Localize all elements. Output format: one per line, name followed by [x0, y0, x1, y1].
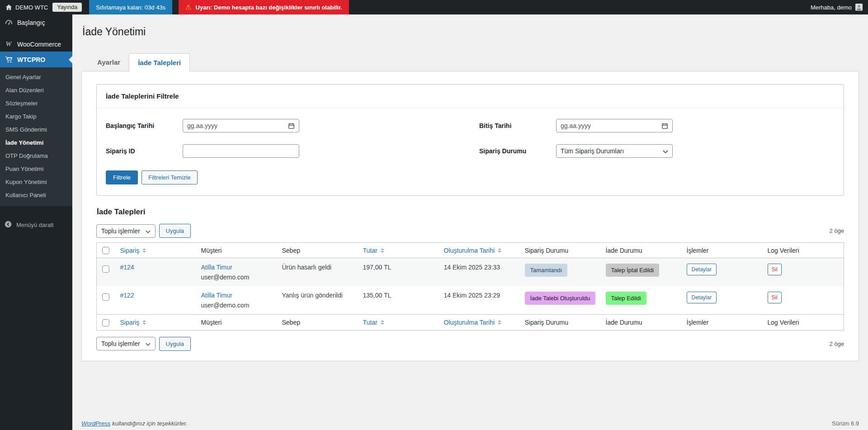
select-all-cell — [97, 315, 116, 330]
reason-cell: Ürün hasarlı geldi — [278, 258, 359, 287]
customer-link[interactable]: Atilla Timur — [201, 264, 232, 271]
date-placeholder: gg.aa.yyyy — [187, 122, 217, 129]
order-link[interactable]: #122 — [120, 292, 134, 299]
column-label: Sipariş — [120, 247, 140, 254]
column-header: Sipariş Durumu — [520, 315, 601, 330]
sort-column-link[interactable]: Tutar — [363, 247, 384, 254]
end-date-input[interactable]: gg.aa.yyyy — [556, 119, 673, 132]
sidebar-subitem-6[interactable]: İade Yönetimi — [0, 136, 72, 149]
home-icon — [5, 4, 12, 11]
order-status-select[interactable]: Tüm Sipariş Durumları — [556, 144, 673, 158]
return-status-badge: Talep İptal Edildi — [606, 264, 660, 277]
row-checkbox-cell — [97, 286, 116, 315]
column-header: Tutar — [359, 243, 439, 258]
customer-email: user@demo.com — [201, 302, 273, 309]
screen: DEMO WTC Yayında Sıfırlamaya kalan: 03d … — [0, 0, 868, 430]
log-cell: Sil — [763, 286, 844, 315]
top-toolbar: Toplu işlemler Uygula 2 öge — [96, 224, 844, 238]
column-header: Sebep — [278, 243, 359, 258]
order-id-input[interactable] — [183, 144, 299, 158]
row-checkbox[interactable] — [102, 265, 109, 273]
order-status-label: Sipariş Durumu — [479, 147, 556, 155]
site-home-link[interactable]: DEMO WTC — [0, 0, 52, 14]
end-date-field: Bitiş Tarihi gg.aa.yyyy — [479, 119, 835, 132]
account-menu[interactable]: Merhaba, demo — [805, 0, 868, 14]
customer-cell: Atilla Timur user@demo.com — [197, 258, 278, 287]
apply-button-bottom[interactable]: Uygula — [159, 337, 191, 351]
sidebar-subitem-2[interactable]: Alan Düzenleri — [0, 84, 72, 97]
sidebar-subitem-4[interactable]: Kargo Takip — [0, 110, 72, 123]
collapse-icon — [4, 220, 12, 230]
order-status-value: Tüm Sipariş Durumları — [561, 147, 624, 155]
calendar-icon[interactable] — [661, 123, 668, 129]
sidebar-subitem-5[interactable]: SMS Gönderimi — [0, 123, 72, 136]
select-all-cell — [97, 243, 116, 258]
clear-filters-button[interactable]: Filtreleri Temizle — [142, 170, 198, 184]
column-header: Log Verileri — [763, 315, 844, 330]
details-button[interactable]: Detaylar — [687, 264, 717, 275]
list-title: İade Talepleri — [97, 208, 844, 217]
wtcpro-submenu: Genel AyarlarAlan DüzenleriSözleşmelerKa… — [0, 67, 72, 206]
sidebar-subitem-3[interactable]: Sözleşmeler — [0, 97, 72, 110]
order-id-field: Sipariş ID — [106, 144, 461, 158]
bulk-actions-value: Toplu işlemler — [101, 340, 140, 347]
column-header: Sipariş — [116, 315, 197, 330]
sort-arrows-icon — [498, 248, 501, 253]
bottom-toolbar: Toplu işlemler Uygula 2 öge — [96, 337, 844, 351]
table-row: #122 Atilla Timur user@demo.com Yanlış ü… — [97, 286, 844, 315]
tab-ayarlar[interactable]: Ayarlar — [89, 53, 129, 71]
sort-arrows-icon — [381, 320, 384, 325]
bulk-actions-select[interactable]: Toplu işlemler — [96, 224, 156, 238]
wordpress-link[interactable]: WordPress — [81, 420, 110, 427]
calendar-icon[interactable] — [288, 123, 295, 129]
column-label: Oluşturulma Tarihi — [444, 319, 495, 326]
start-date-field: Başlangıç Tarihi gg.aa.yyyy — [106, 119, 461, 132]
chevron-down-icon — [146, 227, 151, 235]
delete-log-button[interactable]: Sil — [768, 292, 782, 303]
created-date-cell: 14 Ekim 2025 23:29 — [439, 286, 520, 315]
start-date-label: Başlangıç Tarihi — [106, 122, 183, 129]
sort-column-link[interactable]: Oluşturulma Tarihi — [444, 319, 502, 326]
log-cell: Sil — [763, 258, 844, 287]
return-status-cell: Talep Edildi — [601, 286, 682, 315]
filter-button[interactable]: Filtrele — [106, 170, 138, 184]
apply-button[interactable]: Uygula — [159, 224, 191, 238]
sort-column-link[interactable]: Sipariş — [120, 319, 146, 326]
sort-column-link[interactable]: Oluşturulma Tarihi — [444, 247, 502, 254]
header-row: SiparişMüşteriSebepTutarOluşturulma Tari… — [97, 315, 844, 330]
collapse-menu-button[interactable]: Menüyü daralt — [0, 216, 72, 234]
sort-column-link[interactable]: Tutar — [363, 319, 384, 326]
sidebar-item-woocommerce[interactable]: W WooCommerce — [0, 37, 72, 52]
tab-iade-talepleri[interactable]: İade Talepleri — [129, 53, 190, 71]
bulk-actions-select-bottom[interactable]: Toplu işlemler — [96, 337, 156, 350]
content-panel: İade Taleplerini Filtrele Başlangıç Tari… — [81, 71, 859, 361]
customer-cell: Atilla Timur user@demo.com — [197, 286, 278, 315]
site-name: DEMO WTC — [15, 4, 48, 11]
start-date-input[interactable]: gg.aa.yyyy — [183, 119, 299, 132]
select-all-checkbox[interactable] — [102, 247, 109, 254]
column-header: İşlemler — [682, 315, 763, 330]
item-count: 2 öge — [829, 227, 844, 234]
sidebar-subitem-7[interactable]: OTP Doğrulama — [0, 149, 72, 162]
reset-timer-badge: Sıfırlamaya kalan: 03d 43s — [89, 0, 172, 14]
row-checkbox[interactable] — [102, 293, 109, 301]
main-content: İade Yönetimi Ayarlar İade Talepleri İad… — [72, 14, 868, 430]
sidebar: Başlangıç W WooCommerce WTCPRO Genel Aya… — [0, 14, 72, 430]
sort-column-link[interactable]: Sipariş — [120, 247, 146, 254]
select-all-checkbox[interactable] — [102, 319, 109, 326]
delete-log-button[interactable]: Sil — [768, 264, 782, 275]
customer-link[interactable]: Atilla Timur — [201, 292, 232, 299]
order-link[interactable]: #124 — [120, 264, 134, 271]
customer-email: user@demo.com — [201, 274, 273, 281]
order-status-cell: İade Talebi Oluşturuldu — [520, 286, 601, 315]
column-header: İşlemler — [682, 243, 763, 258]
sidebar-item-dashboard[interactable]: Başlangıç — [0, 14, 72, 30]
sidebar-subitem-8[interactable]: Puan Yönetimi — [0, 162, 72, 175]
filter-title: İade Taleplerini Filtrele — [97, 85, 844, 108]
details-button[interactable]: Detaylar — [687, 292, 717, 303]
sidebar-item-wtcpro[interactable]: WTCPRO — [0, 52, 72, 67]
sidebar-subitem-1[interactable]: Genel Ayarlar — [0, 71, 72, 84]
column-label: Sipariş — [120, 319, 140, 326]
sidebar-subitem-9[interactable]: Kupon Yönetimi — [0, 175, 72, 189]
sidebar-subitem-10[interactable]: Kullanıcı Paneli — [0, 189, 72, 202]
